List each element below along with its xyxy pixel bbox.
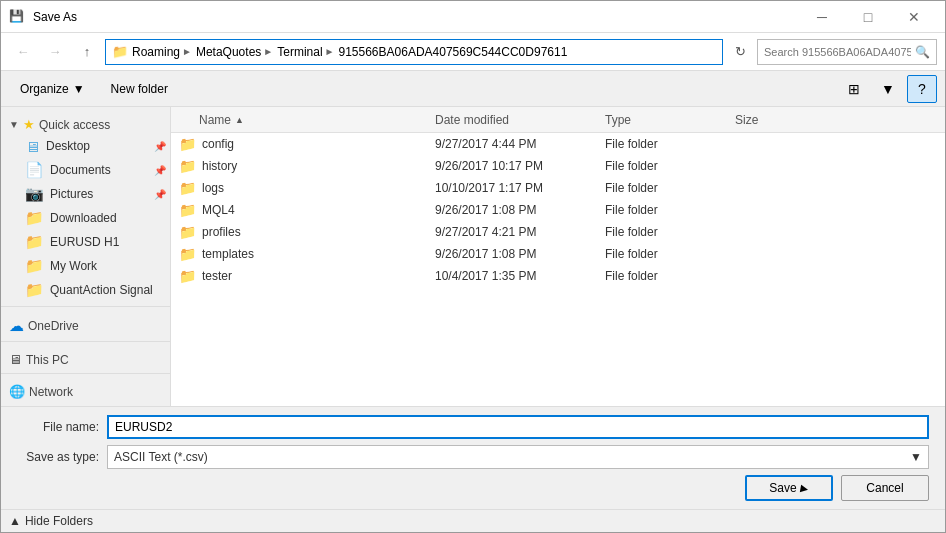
col-name-label: Name <box>199 113 231 127</box>
onedrive-label: OneDrive <box>28 319 79 333</box>
filetype-row: Save as type: ASCII Text (*.csv) ▼ <box>17 445 929 469</box>
quick-access-header[interactable]: ▼ ★ Quick access <box>1 111 170 134</box>
refresh-button[interactable]: ↻ <box>727 39 753 65</box>
folder-icon: 📁 <box>179 268 196 284</box>
window-icon: 💾 <box>9 9 25 25</box>
table-row[interactable]: 📁 config 9/27/2017 4:44 PM File folder <box>171 133 945 155</box>
folder-icon: 📁 <box>179 158 196 174</box>
pictures-folder-icon: 📷 <box>25 185 44 203</box>
file-row-name: 📁 history <box>171 158 431 174</box>
desktop-folder-icon: 🖥 <box>25 138 40 155</box>
folder-icon: 📁 <box>179 246 196 262</box>
bottom-panel: File name: Save as type: ASCII Text (*.c… <box>1 406 945 509</box>
file-rows-container: 📁 config 9/27/2017 4:44 PM File folder 📁… <box>171 133 945 287</box>
quick-access-chevron: ▼ <box>9 119 19 130</box>
quick-access-label: Quick access <box>39 118 110 132</box>
view-options-button[interactable]: ⊞ <box>839 75 869 103</box>
pin-icon-pictures: 📌 <box>154 189 166 200</box>
file-row-name: 📁 logs <box>171 180 431 196</box>
network-header[interactable]: 🌐 Network <box>1 378 170 401</box>
onedrive-icon: ☁ <box>9 317 24 335</box>
address-bar: ← → ↑ 📁 Roaming ► MetaQuotes ► Terminal … <box>1 33 945 71</box>
save-label: Save <box>769 481 796 495</box>
maximize-button[interactable]: □ <box>845 1 891 33</box>
sidebar-item-quantaction[interactable]: 📁 QuantAction Signal <box>1 278 170 302</box>
path-segment-terminal: Terminal ► <box>277 45 334 59</box>
file-name-text: MQL4 <box>202 203 235 217</box>
col-name-header[interactable]: Name ▲ <box>171 113 431 127</box>
sidebar-item-desktop[interactable]: 🖥 Desktop 📌 <box>1 134 170 158</box>
save-button[interactable]: Save ▶ <box>745 475 833 501</box>
toolbar-right: ⊞ ▼ ? <box>839 75 937 103</box>
sidebar-item-mywork[interactable]: 📁 My Work <box>1 254 170 278</box>
file-row-date: 9/26/2017 1:08 PM <box>431 203 601 217</box>
table-row[interactable]: 📁 profiles 9/27/2017 4:21 PM File folder <box>171 221 945 243</box>
table-row[interactable]: 📁 MQL4 9/26/2017 1:08 PM File folder <box>171 199 945 221</box>
new-folder-button[interactable]: New folder <box>100 75 179 103</box>
file-row-name: 📁 MQL4 <box>171 202 431 218</box>
address-path[interactable]: 📁 Roaming ► MetaQuotes ► Terminal ► 9155… <box>105 39 723 65</box>
filename-input[interactable] <box>107 415 929 439</box>
filetype-label: Save as type: <box>17 450 107 464</box>
mywork-folder-icon: 📁 <box>25 257 44 275</box>
table-row[interactable]: 📁 templates 9/26/2017 1:08 PM File folde… <box>171 243 945 265</box>
help-button[interactable]: ? <box>907 75 937 103</box>
search-input[interactable] <box>764 46 911 58</box>
hide-folders-chevron: ▲ <box>9 514 21 528</box>
file-name-text: tester <box>202 269 232 283</box>
hide-folders-label: Hide Folders <box>25 514 93 528</box>
back-button[interactable]: ← <box>9 39 37 65</box>
cancel-label: Cancel <box>866 481 903 495</box>
network-icon: 🌐 <box>9 384 25 399</box>
file-row-name: 📁 config <box>171 136 431 152</box>
file-row-date: 10/10/2017 1:17 PM <box>431 181 601 195</box>
table-row[interactable]: 📁 logs 10/10/2017 1:17 PM File folder <box>171 177 945 199</box>
sidebar-item-eurusd[interactable]: 📁 EURUSD H1 <box>1 230 170 254</box>
view-chevron-button[interactable]: ▼ <box>873 75 903 103</box>
sidebar-item-documents[interactable]: 📄 Documents 📌 <box>1 158 170 182</box>
sidebar-item-label-mywork: My Work <box>50 259 97 273</box>
file-list-header: Name ▲ Date modified Type Size <box>171 107 945 133</box>
file-list: Name ▲ Date modified Type Size 📁 config <box>171 107 945 406</box>
filename-label: File name: <box>17 420 107 434</box>
organize-button[interactable]: Organize ▼ <box>9 75 96 103</box>
col-size-label: Size <box>735 113 758 127</box>
title-bar: 💾 Save As ─ □ ✕ <box>1 1 945 33</box>
sidebar-item-downloaded[interactable]: 📁 Downloaded <box>1 206 170 230</box>
minimize-button[interactable]: ─ <box>799 1 845 33</box>
filetype-select[interactable]: ASCII Text (*.csv) ▼ <box>107 445 929 469</box>
file-name-text: config <box>202 137 234 151</box>
thispc-label: This PC <box>26 353 69 367</box>
col-date-label: Date modified <box>435 113 509 127</box>
col-date-header[interactable]: Date modified <box>431 113 601 127</box>
col-size-header[interactable]: Size <box>731 113 831 127</box>
hide-folders-row[interactable]: ▲ Hide Folders <box>1 509 945 532</box>
onedrive-header[interactable]: ☁ OneDrive <box>1 311 170 337</box>
forward-button[interactable]: → <box>41 39 69 65</box>
sidebar: ▼ ★ Quick access 🖥 Desktop 📌 📄 Documents… <box>1 107 171 406</box>
sidebar-item-pictures[interactable]: 📷 Pictures 📌 <box>1 182 170 206</box>
folder-icon: 📁 <box>179 180 196 196</box>
file-row-type: File folder <box>601 247 731 261</box>
quick-access-star: ★ <box>23 117 35 132</box>
organize-label: Organize <box>20 82 69 96</box>
file-row-date: 9/26/2017 1:08 PM <box>431 247 601 261</box>
close-button[interactable]: ✕ <box>891 1 937 33</box>
table-row[interactable]: 📁 history 9/26/2017 10:17 PM File folder <box>171 155 945 177</box>
file-row-type: File folder <box>601 225 731 239</box>
table-row[interactable]: 📁 tester 10/4/2017 1:35 PM File folder <box>171 265 945 287</box>
col-type-label: Type <box>605 113 631 127</box>
file-row-name: 📁 profiles <box>171 224 431 240</box>
file-row-type: File folder <box>601 159 731 173</box>
title-bar-controls: ─ □ ✕ <box>799 1 937 33</box>
thispc-header[interactable]: 🖥 This PC <box>1 346 170 369</box>
file-row-type: File folder <box>601 203 731 217</box>
col-type-header[interactable]: Type <box>601 113 731 127</box>
save-as-window: 💾 Save As ─ □ ✕ ← → ↑ 📁 Roaming ► MetaQu… <box>0 0 946 533</box>
path-segment-hash: 915566BA06ADA407569C544CC0D97611 <box>338 45 567 59</box>
up-button[interactable]: ↑ <box>73 39 101 65</box>
filename-row: File name: <box>17 415 929 439</box>
folder-icon: 📁 <box>179 136 196 152</box>
cancel-button[interactable]: Cancel <box>841 475 929 501</box>
file-row-date: 9/26/2017 10:17 PM <box>431 159 601 173</box>
